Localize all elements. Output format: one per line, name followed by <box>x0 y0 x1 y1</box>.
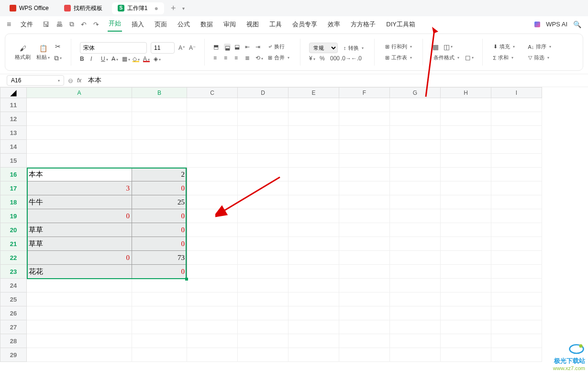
search-icon[interactable]: 🔍 <box>573 21 581 28</box>
sort-button[interactable]: A↓ 排序▾ <box>526 42 554 51</box>
cell-H21[interactable] <box>441 237 491 251</box>
cell-B27[interactable] <box>132 320 187 334</box>
sum-button[interactable]: Σ 求和▾ <box>491 53 517 62</box>
cell-E12[interactable] <box>288 112 339 126</box>
col-header-D[interactable]: D <box>238 88 288 98</box>
cell-I16[interactable] <box>491 168 542 181</box>
decimal-dec-icon[interactable]: ←.0 <box>351 55 358 62</box>
worksheet-button[interactable]: ⊞ 工作表▾ <box>383 53 414 62</box>
cell-D20[interactable] <box>238 223 288 237</box>
cell-H20[interactable] <box>441 223 491 237</box>
name-box[interactable]: A16 ▾ <box>7 75 64 86</box>
print-icon[interactable]: 🖶 <box>56 21 63 28</box>
cut-icon[interactable]: ✂ <box>54 42 62 51</box>
number-format-select[interactable]: 常规 <box>309 43 338 53</box>
copy-icon[interactable]: ⧉▾ <box>54 54 62 62</box>
cell-B19[interactable]: 0 <box>132 209 187 223</box>
cell-D13[interactable] <box>238 126 288 140</box>
cell-D29[interactable] <box>238 348 288 362</box>
italic-icon[interactable]: I <box>90 56 97 62</box>
cell-G11[interactable] <box>390 98 441 112</box>
underline-icon[interactable]: U▾ <box>101 56 108 62</box>
cell-E29[interactable] <box>288 348 339 362</box>
cell-D21[interactable] <box>238 237 288 251</box>
cell-G20[interactable] <box>390 223 441 237</box>
cell-B15[interactable] <box>132 154 187 168</box>
cell-H11[interactable] <box>441 98 491 112</box>
menu-ai[interactable]: WPS AI <box>545 19 568 30</box>
thousands-icon[interactable]: 000 <box>330 55 337 62</box>
menu-vip[interactable]: 会员专享 <box>291 18 318 31</box>
preview-icon[interactable]: ⧉ <box>69 20 74 28</box>
align-middle-icon[interactable]: ⬓ <box>224 44 231 50</box>
cell-E22[interactable] <box>288 251 339 265</box>
cell-H29[interactable] <box>441 348 491 362</box>
currency-icon[interactable]: ¥▾ <box>309 55 316 62</box>
cell-E20[interactable] <box>288 223 339 237</box>
cell-A26[interactable] <box>27 306 132 320</box>
cell-I24[interactable] <box>491 279 542 293</box>
select-all-corner[interactable]: ◢ <box>0 88 27 98</box>
cell-D15[interactable] <box>238 154 288 168</box>
fill-handle[interactable] <box>185 278 188 281</box>
cell-H27[interactable] <box>441 320 491 334</box>
cell-H12[interactable] <box>441 112 491 126</box>
cell-A16[interactable]: 本本 <box>27 168 132 181</box>
cell-D27[interactable] <box>238 320 288 334</box>
merge-button[interactable]: ⊞ 合并▾ <box>266 53 291 62</box>
menu-diy[interactable]: DIY工具箱 <box>385 18 416 31</box>
percent-icon[interactable]: % <box>320 55 326 62</box>
cell-C11[interactable] <box>187 98 238 112</box>
cell-B28[interactable] <box>132 334 187 348</box>
convert-button[interactable]: ↕ 转换▾ <box>342 44 366 53</box>
bold-icon[interactable]: B <box>80 56 87 62</box>
cell-C20[interactable] <box>187 223 238 237</box>
fx-label[interactable]: fx <box>77 77 81 84</box>
cell-D19[interactable] <box>238 209 288 223</box>
cell-I11[interactable] <box>491 98 542 112</box>
menu-file[interactable]: 文件 <box>20 18 34 31</box>
align-center-icon[interactable]: ≡ <box>224 55 231 61</box>
cell-B25[interactable] <box>132 293 187 306</box>
cell-F23[interactable] <box>339 265 390 279</box>
cell-G19[interactable] <box>390 209 441 223</box>
cell-G18[interactable] <box>390 195 441 209</box>
cell-G17[interactable] <box>390 181 441 195</box>
cell-H25[interactable] <box>441 293 491 306</box>
cell-F12[interactable] <box>339 112 390 126</box>
paste-button[interactable]: 📋 粘贴▾ <box>34 43 52 62</box>
align-right-icon[interactable]: ≡ <box>234 55 241 61</box>
cell-H26[interactable] <box>441 306 491 320</box>
formula-input[interactable]: 本本 <box>85 76 581 85</box>
cell-C23[interactable] <box>187 265 238 279</box>
cell-C15[interactable] <box>187 154 238 168</box>
cell-D16[interactable] <box>238 168 288 181</box>
cell-A23[interactable]: 花花 <box>27 265 132 279</box>
cell-F19[interactable] <box>339 209 390 223</box>
save-icon[interactable]: 🖫 <box>43 21 49 28</box>
cell-C25[interactable] <box>187 293 238 306</box>
cell-C27[interactable] <box>187 320 238 334</box>
cell-D14[interactable] <box>238 140 288 154</box>
tab-docer[interactable]: 找稻壳模板 <box>58 2 108 14</box>
cell-C17[interactable] <box>187 181 238 195</box>
cell-D28[interactable] <box>238 334 288 348</box>
row-header-21[interactable]: 21 <box>0 237 27 251</box>
cell-G13[interactable] <box>390 126 441 140</box>
menu-start[interactable]: 开始 <box>108 17 122 32</box>
cell-I14[interactable] <box>491 140 542 154</box>
menu-ffgz[interactable]: 方方格子 <box>350 18 377 31</box>
cell-G14[interactable] <box>390 140 441 154</box>
menu-review[interactable]: 审阅 <box>222 18 237 31</box>
row-header-22[interactable]: 22 <box>0 251 27 265</box>
cell-F16[interactable] <box>339 168 390 181</box>
cell-G23[interactable] <box>390 265 441 279</box>
cell-B22[interactable]: 73 <box>132 251 187 265</box>
col-header-G[interactable]: G <box>390 88 441 98</box>
cell-I29[interactable] <box>491 348 542 362</box>
cell-F21[interactable] <box>339 237 390 251</box>
cell-G27[interactable] <box>390 320 441 334</box>
cell-C16[interactable] <box>187 168 238 181</box>
cell-G22[interactable] <box>390 251 441 265</box>
cell-H13[interactable] <box>441 126 491 140</box>
